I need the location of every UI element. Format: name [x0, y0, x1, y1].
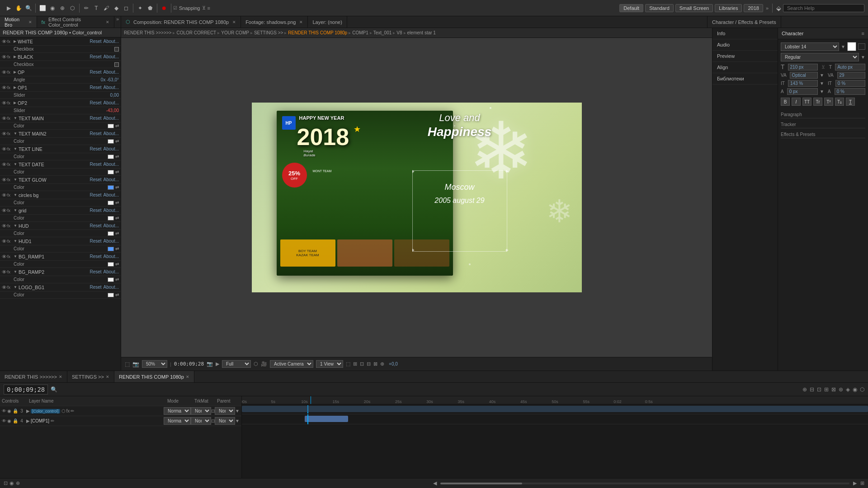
layer-lock-4[interactable]: 🔒	[13, 418, 18, 423]
layer-trmat-3[interactable]: None	[191, 407, 211, 415]
layer-tab[interactable]: Layer: (none)	[308, 16, 347, 28]
expand-circlesbg[interactable]: ▼	[14, 193, 17, 197]
reset-logobg1[interactable]: Reset	[90, 285, 101, 290]
expand-hud[interactable]: ▼	[14, 224, 17, 228]
reset-white[interactable]: Reset	[90, 39, 101, 44]
motion-bro-close[interactable]: ✕	[28, 20, 32, 24]
style-select[interactable]: Regular Bold Italic	[781, 53, 859, 61]
layer-fx-icon-3[interactable]: fx	[66, 408, 70, 413]
expand-op2[interactable]: ▶	[14, 101, 16, 105]
parent-expand-4[interactable]: ▼	[235, 418, 240, 423]
nav-elementstar1[interactable]: element star 1	[407, 30, 436, 35]
tl-scrollbar-thumb[interactable]	[440, 483, 522, 484]
brush-tool-icon[interactable]: 🖌	[102, 4, 110, 12]
reset-hud[interactable]: Reset	[90, 223, 101, 228]
color-arrows-textdate[interactable]: ⇄	[115, 169, 119, 174]
expand-hud1[interactable]: ▼	[14, 239, 17, 243]
track-clip-4[interactable]	[305, 416, 349, 422]
comp-render-tab[interactable]: ⬡ Composition: RENDER THIS COMP 1080p ✕	[121, 16, 241, 28]
about-textmain2[interactable]: About...	[104, 131, 119, 136]
layer-precomp-icon-3[interactable]: ⬡	[61, 408, 66, 413]
eye-op[interactable]: 👁	[2, 70, 6, 75]
about-logobg1[interactable]: About...	[104, 285, 119, 290]
expand-black[interactable]: ▶	[14, 55, 16, 59]
tsscale-val[interactable]: 0 %	[835, 88, 865, 95]
color-swatch-grid[interactable]	[108, 216, 114, 221]
layer-mode-3[interactable]: Normal	[164, 407, 191, 415]
eye-hud1[interactable]: 👁	[2, 239, 6, 244]
slider-val-op2[interactable]: -43,00	[106, 108, 119, 113]
about-op[interactable]: About...	[104, 70, 119, 75]
v4[interactable]: ⊟	[367, 361, 371, 367]
color-swatch-textmain2[interactable]	[108, 139, 114, 144]
expand-logobg1[interactable]: ▼	[14, 285, 17, 289]
layer-solo-3[interactable]: ◉	[7, 408, 13, 413]
preview-icon[interactable]: ⬚	[125, 361, 130, 367]
reset-circlesbg[interactable]: Reset	[90, 192, 101, 197]
bold-btn[interactable]: B	[781, 98, 790, 106]
expand-op[interactable]: ▶	[14, 70, 16, 74]
timeline-tab-close-2[interactable]: ✕	[106, 375, 109, 379]
parent-expand-3[interactable]: ▼	[235, 408, 240, 413]
layer-trmat-4[interactable]: None	[191, 417, 211, 425]
auto-leading-val[interactable]: Auto px	[835, 64, 865, 70]
font-expand-icon[interactable]: ▼	[841, 44, 845, 49]
expand-bgramp1[interactable]: ▼	[14, 254, 17, 258]
layer-ctrl-3[interactable]: ⊡	[817, 386, 821, 393]
pen-tool-icon[interactable]: ✏	[82, 4, 90, 12]
reset-textglow[interactable]: Reset	[90, 177, 101, 182]
eye-textdate[interactable]: 👁	[2, 162, 6, 167]
effect-controls-tab[interactable]: fx Effect Controls Color_control ✕	[37, 16, 114, 28]
snapping-icon[interactable]: ⊻	[202, 5, 206, 11]
checkbox-white[interactable]	[114, 47, 119, 52]
color-swatch-bgramp1[interactable]	[108, 262, 114, 267]
layer-edit-icon-4[interactable]: ✏	[51, 418, 54, 423]
render-icon[interactable]: ⬡	[254, 361, 258, 367]
text-color-black[interactable]	[858, 43, 865, 50]
year-btn[interactable]: 2018	[744, 4, 763, 12]
nav-text001[interactable]: Text_001	[373, 30, 392, 35]
info-item-preview[interactable]: Preview	[712, 51, 778, 62]
expand-grid[interactable]: ▼	[14, 208, 17, 212]
quality-dropdown[interactable]: Full Half Quarter	[222, 360, 251, 368]
v1[interactable]: ⬚	[346, 361, 350, 367]
puppet-icon[interactable]: ✦	[136, 4, 144, 12]
expand-textmain2[interactable]: ▼	[14, 131, 17, 136]
expand-op1[interactable]: ▶	[14, 85, 16, 89]
expand-textglow[interactable]: ▼	[14, 178, 17, 182]
layer-eye-3[interactable]: 👁	[2, 408, 7, 413]
time-display[interactable]: 0;00;09;28	[4, 385, 48, 394]
color-swatch-textglow[interactable]	[108, 185, 114, 190]
info-item-info[interactable]: Info	[712, 28, 778, 39]
reset-textmain2[interactable]: Reset	[90, 131, 101, 136]
layer-expand-4[interactable]: ▶	[26, 418, 30, 423]
about-textline[interactable]: About...	[104, 146, 119, 151]
default-btn[interactable]: Default	[619, 4, 643, 12]
layer-ctrl-8[interactable]: ◉	[853, 386, 857, 393]
color-arrows-textmain2[interactable]: ⇄	[115, 139, 119, 144]
slider-val-op1[interactable]: 0,00	[110, 93, 119, 98]
eye-op2[interactable]: 👁	[2, 100, 6, 106]
about-hud[interactable]: About...	[104, 223, 119, 228]
eye-textmain2[interactable]: 👁	[2, 131, 6, 136]
small-screen-btn[interactable]: Small Screen	[675, 4, 713, 12]
layer-ctrl-2[interactable]: ⊟	[810, 386, 814, 393]
tracker-section[interactable]: Tracker	[781, 120, 865, 128]
expand-textline[interactable]: ▼	[14, 147, 17, 151]
font-size-val[interactable]: 210 px	[788, 64, 818, 70]
color-swatch-hud[interactable]	[108, 231, 114, 236]
layer-ctrl-4[interactable]: ⊞	[824, 386, 829, 393]
reset-op2[interactable]: Reset	[90, 100, 101, 105]
color-swatch-logobg1[interactable]	[108, 293, 114, 297]
style-expand-icon[interactable]: ▼	[861, 55, 865, 60]
stamp-tool-icon[interactable]: ◆	[112, 4, 120, 12]
nav-render[interactable]: RENDER THIS >>>>>>	[124, 30, 171, 35]
layer-ctrl-6[interactable]: ⊛	[839, 386, 843, 393]
timeline-tab-close-3[interactable]: ✕	[186, 375, 189, 379]
about-textdate[interactable]: About...	[104, 162, 119, 167]
comp-render-close[interactable]: ✕	[232, 20, 236, 24]
italic-btn[interactable]: I	[792, 98, 801, 106]
tl-bottom-icon3[interactable]: ⊕	[16, 480, 20, 486]
playhead[interactable]	[311, 396, 311, 404]
eye-circlesbg[interactable]: 👁	[2, 192, 6, 198]
